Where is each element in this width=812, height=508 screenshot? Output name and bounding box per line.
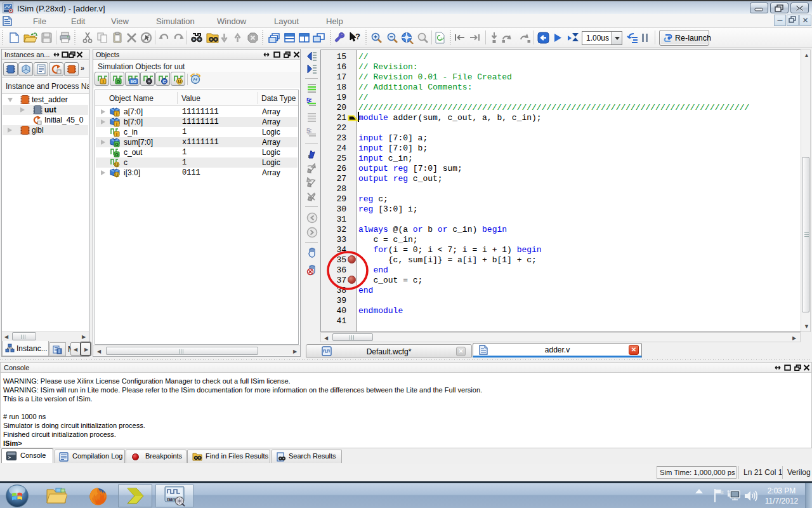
svg-text:O: O: [117, 79, 121, 84]
svg-text:O: O: [115, 142, 119, 147]
svg-text:I: I: [116, 122, 117, 126]
svg-text:I: I: [116, 132, 117, 137]
svg-text:ISim: ISim: [167, 497, 176, 502]
svg-text:I: I: [116, 112, 117, 116]
svg-text:U: U: [178, 79, 181, 84]
svg-text:I: I: [103, 79, 104, 84]
svg-text:I/O: I/O: [131, 79, 136, 84]
svg-text:O: O: [115, 152, 119, 157]
svg-text:U: U: [115, 173, 118, 177]
svg-text:U: U: [115, 163, 118, 167]
svg-text:C: C: [162, 79, 166, 84]
svg-text:?: ?: [355, 32, 360, 41]
